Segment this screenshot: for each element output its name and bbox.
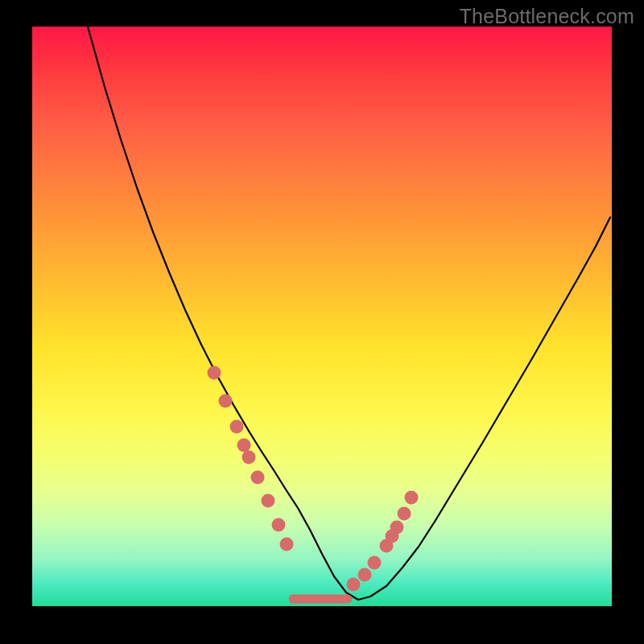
marker-dot bbox=[398, 507, 411, 521]
marker-dot bbox=[405, 491, 419, 505]
marker-dot bbox=[380, 539, 394, 553]
marker-dots bbox=[208, 366, 419, 592]
marker-dot bbox=[219, 394, 233, 408]
marker-dot bbox=[208, 366, 221, 380]
marker-dot bbox=[358, 568, 372, 582]
marker-dot bbox=[280, 538, 294, 551]
marker-dot bbox=[272, 518, 286, 532]
marker-dot bbox=[230, 420, 244, 434]
marker-dot bbox=[386, 530, 399, 543]
marker-dot bbox=[368, 556, 382, 570]
chart-gradient-background bbox=[32, 27, 612, 606]
bottleneck-curve bbox=[88, 27, 610, 600]
marker-dot bbox=[237, 439, 251, 452]
marker-dot bbox=[262, 494, 275, 508]
marker-dot bbox=[242, 451, 256, 464]
chart-svg bbox=[32, 27, 612, 606]
marker-dot bbox=[347, 578, 361, 592]
app-frame: TheBottleneck.com bbox=[0, 0, 644, 644]
marker-dot bbox=[251, 471, 265, 485]
marker-dot bbox=[390, 521, 404, 535]
attribution-label: TheBottleneck.com bbox=[460, 5, 634, 28]
